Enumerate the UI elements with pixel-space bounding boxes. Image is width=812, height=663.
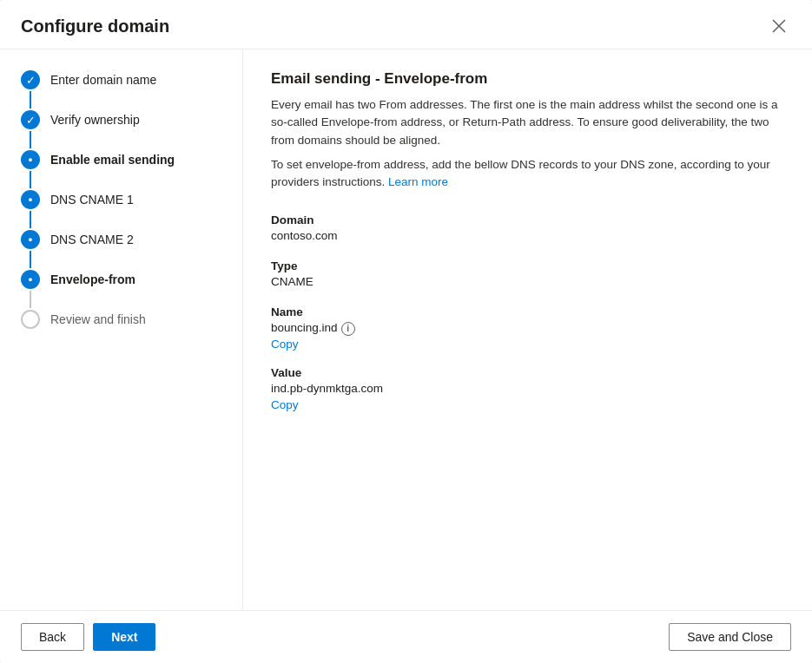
step-icon-dns-cname-2: ● xyxy=(21,230,40,249)
step-icon-enter-domain: ✓ xyxy=(21,70,40,89)
type-value: CNAME xyxy=(271,275,784,288)
back-button[interactable]: Back xyxy=(21,623,84,651)
name-value-row: bouncing.ind i xyxy=(271,321,784,336)
step-label-verify-ownership: Verify ownership xyxy=(50,110,140,145)
step-connector-envelope-from: ● xyxy=(21,270,40,310)
name-copy-button[interactable]: Copy xyxy=(271,338,299,351)
step-connector-verify-ownership: ✓ xyxy=(21,110,40,150)
description-2: To set envelope-from address, add the be… xyxy=(271,156,784,192)
step-label-dns-cname-2: DNS CNAME 2 xyxy=(50,230,134,265)
step-icon-enable-email: ● xyxy=(21,150,40,169)
step-item-review-finish: Review and finish xyxy=(21,310,242,345)
domain-label: Domain xyxy=(271,213,784,226)
step-item-enable-email: ● Enable email sending xyxy=(21,150,242,190)
step-item-dns-cname-2: ● DNS CNAME 2 xyxy=(21,230,242,270)
step-icon-envelope-from: ● xyxy=(21,270,40,289)
step-label-enable-email: Enable email sending xyxy=(50,150,175,185)
modal-body: ✓ Enter domain name ✓ Verify ownership xyxy=(0,49,812,610)
step-label-dns-cname-1: DNS CNAME 1 xyxy=(50,190,134,225)
step-connector-review-finish xyxy=(21,310,40,329)
learn-more-link[interactable]: Learn more xyxy=(388,175,448,188)
checkmark-icon: ✓ xyxy=(26,74,36,87)
value-section: Value ind.pb-dynmktga.com Copy xyxy=(271,366,784,411)
checkmark-icon-2: ✓ xyxy=(26,114,36,127)
domain-value: contoso.com xyxy=(271,229,784,242)
type-label: Type xyxy=(271,259,784,272)
modal-footer: Back Next Save and Close xyxy=(0,610,812,663)
modal-configure-domain: Configure domain ✓ Enter domain name xyxy=(0,0,812,663)
value-copy-button[interactable]: Copy xyxy=(271,398,299,411)
step-line-verify-ownership xyxy=(30,131,31,148)
step-item-envelope-from: ● Envelope-from xyxy=(21,270,242,310)
step-icon-review-finish xyxy=(21,310,40,329)
close-button[interactable] xyxy=(767,14,791,38)
modal-header: Configure domain xyxy=(0,0,812,49)
step-connector-dns-cname-1: ● xyxy=(21,190,40,230)
step-icon-dns-cname-1: ● xyxy=(21,190,40,209)
step-line-dns-cname-1 xyxy=(30,211,31,228)
step-label-review-finish: Review and finish xyxy=(50,310,146,345)
step-list: ✓ Enter domain name ✓ Verify ownership xyxy=(0,70,242,345)
name-section: Name bouncing.ind i Copy xyxy=(271,305,784,351)
step-label-enter-domain: Enter domain name xyxy=(50,70,156,105)
name-label: Name xyxy=(271,305,784,318)
step-item-verify-ownership: ✓ Verify ownership xyxy=(21,110,242,150)
step-line-dns-cname-2 xyxy=(30,251,31,268)
step-connector-enable-email: ● xyxy=(21,150,40,190)
step-connector-dns-cname-2: ● xyxy=(21,230,40,270)
step-icon-verify-ownership: ✓ xyxy=(21,110,40,129)
next-button[interactable]: Next xyxy=(93,623,155,651)
type-section: Type CNAME xyxy=(271,259,784,290)
step-label-envelope-from: Envelope-from xyxy=(50,270,135,305)
domain-section: Domain contoso.com xyxy=(271,213,784,244)
name-value: bouncing.ind xyxy=(271,321,338,334)
step-line-envelope-from xyxy=(30,291,31,308)
info-icon-name[interactable]: i xyxy=(341,322,355,336)
step-item-dns-cname-1: ● DNS CNAME 1 xyxy=(21,190,242,230)
main-content: Email sending - Envelope-from Every emai… xyxy=(243,49,812,610)
step-line-enter-domain xyxy=(30,91,31,108)
value-label: Value xyxy=(271,366,784,379)
step-item-enter-domain: ✓ Enter domain name xyxy=(21,70,242,110)
content-title: Email sending - Envelope-from xyxy=(271,70,784,88)
footer-left-buttons: Back Next xyxy=(21,623,155,651)
step-connector-enter-domain: ✓ xyxy=(21,70,40,110)
step-line-enable-email xyxy=(30,171,31,188)
value-value: ind.pb-dynmktga.com xyxy=(271,382,784,395)
sidebar: ✓ Enter domain name ✓ Verify ownership xyxy=(0,49,243,610)
save-close-button[interactable]: Save and Close xyxy=(669,623,791,651)
modal-title: Configure domain xyxy=(21,16,169,36)
description-1: Every email has two From addresses. The … xyxy=(271,96,784,149)
